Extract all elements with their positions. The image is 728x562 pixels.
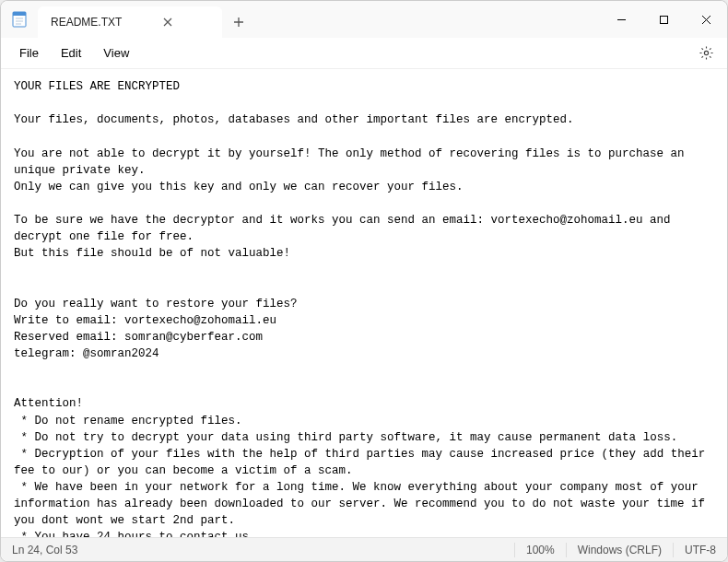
status-line-ending[interactable]: Windows (CRLF) — [578, 544, 662, 556]
menubar: File Edit View — [1, 38, 727, 69]
titlebar-drag-area[interactable] — [255, 1, 600, 38]
new-tab-button[interactable] — [222, 6, 255, 38]
window-controls — [600, 1, 727, 38]
text-editor-area[interactable]: YOUR FILES ARE ENCRYPTED Your files, doc… — [1, 69, 727, 537]
gear-icon — [699, 45, 714, 61]
notepad-app-icon — [1, 1, 38, 38]
status-position[interactable]: Ln 24, Col 53 — [12, 544, 503, 556]
close-tab-icon[interactable] — [159, 13, 177, 31]
menu-edit[interactable]: Edit — [50, 42, 92, 64]
menu-file[interactable]: File — [8, 42, 50, 64]
minimize-button[interactable] — [600, 1, 642, 38]
status-encoding[interactable]: UTF-8 — [685, 544, 716, 556]
tab-label: README.TXT — [51, 16, 122, 29]
maximize-button[interactable] — [642, 1, 685, 38]
status-zoom[interactable]: 100% — [526, 544, 555, 556]
settings-button[interactable] — [692, 40, 720, 67]
document-tab[interactable]: README.TXT — [38, 6, 222, 38]
menu-view[interactable]: View — [92, 42, 140, 64]
svg-point-6 — [704, 51, 708, 54]
titlebar: README.TXT — [1, 1, 727, 38]
statusbar: Ln 24, Col 53 100% Windows (CRLF) UTF-8 — [1, 537, 727, 561]
document-text: YOUR FILES ARE ENCRYPTED Your files, doc… — [14, 80, 712, 537]
notepad-window: README.TXT File Edit View — [0, 0, 728, 562]
close-window-button[interactable] — [685, 1, 727, 38]
svg-rect-5 — [660, 16, 667, 23]
svg-rect-1 — [13, 12, 26, 16]
